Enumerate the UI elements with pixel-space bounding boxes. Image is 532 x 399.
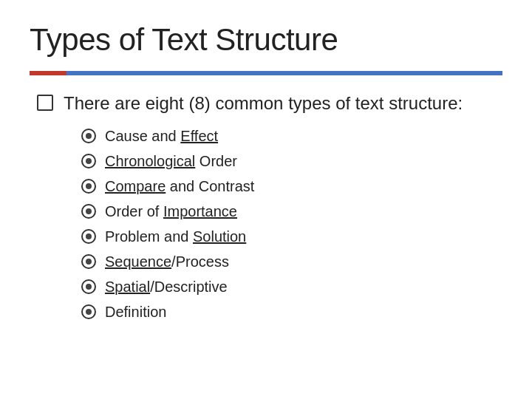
list-item: Sequence/Process [81,251,502,272]
bullet-circle-icon [81,254,96,269]
checkbox-icon [37,95,53,111]
bullet-circle-icon [81,279,96,294]
list-item: Chronological Order [81,151,502,171]
list-item: Spatial/Descriptive [81,276,502,297]
list-item: Compare and Contrast [81,176,502,197]
sub-bullet-text-5: Problem and Solution [105,226,246,247]
sub-bullet-text-7: Spatial/Descriptive [105,276,228,297]
underlined-text: Chronological [105,153,195,169]
bullet-circle-icon [81,229,96,244]
underlined-text: Solution [193,228,246,245]
list-item: Problem and Solution [81,226,502,247]
slide-title: Types of Text Structure [30,22,502,58]
slide: Types of Text Structure There are eight … [0,0,532,399]
underlined-text: Spatial [105,279,150,295]
bullet-circle-icon [81,304,96,319]
list-item: Cause and Effect [81,126,502,146]
content-area: There are eight (8) common types of text… [30,92,502,322]
sub-bullet-text-8: Definition [105,301,166,322]
bullet-circle-icon [81,154,96,168]
bullet-circle-icon [81,129,96,143]
sub-bullet-text-1: Cause and Effect [105,126,218,146]
list-item: Definition [81,301,502,322]
main-bullet: There are eight (8) common types of text… [37,92,502,115]
bullet-circle-icon [81,204,96,219]
sub-bullet-text-2: Chronological Order [105,151,237,171]
underlined-text: Importance [163,203,237,219]
accent-bar [30,71,502,75]
list-item: Order of Importance [81,201,502,222]
sub-bullet-text-4: Order of Importance [105,201,237,222]
main-bullet-text: There are eight (8) common types of text… [64,92,463,115]
sub-bullets-list: Cause and Effect Chronological Order Com… [37,126,502,322]
bullet-circle-icon [81,179,96,194]
underlined-text: Sequence [105,253,171,270]
sub-bullet-text-6: Sequence/Process [105,251,229,272]
underlined-text: Effect [180,128,218,144]
sub-bullet-text-3: Compare and Contrast [105,176,254,197]
underlined-text: Compare [105,178,166,194]
